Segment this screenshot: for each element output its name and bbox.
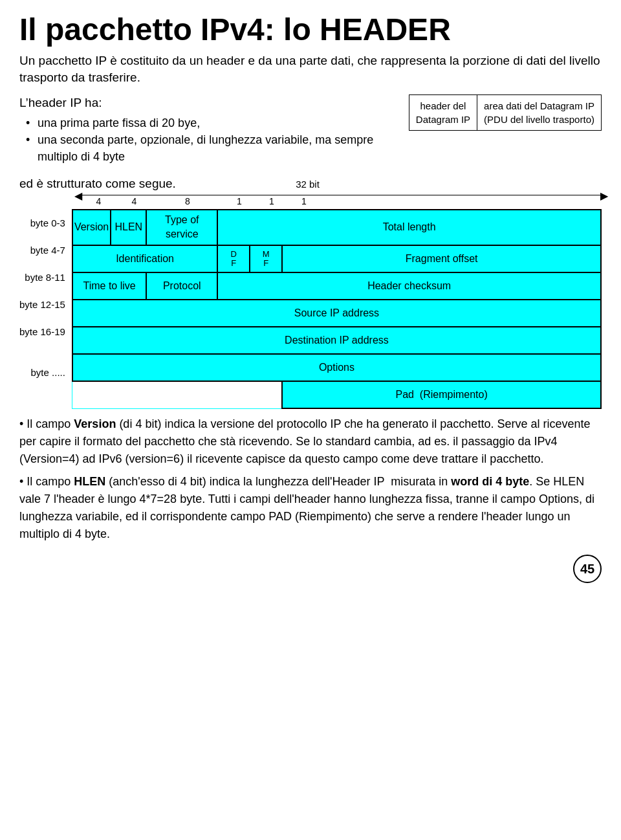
- field-source-ip: Source IP address: [72, 300, 601, 327]
- diagram-container: 4 4 8 1 1 1 byte 0-3 byte 4-7 byte 8-11 …: [19, 195, 602, 408]
- field-hlen: HLEN: [111, 210, 146, 245]
- table-row-8-11: Time to live Protocol Header checksum: [72, 272, 601, 300]
- bottom-para-2: • Il campo HLEN (anch'esso di 4 bit) ind…: [19, 473, 602, 543]
- arrow-row: [19, 195, 602, 195]
- field-total-length: Total length: [217, 210, 601, 245]
- page-number: 45: [573, 555, 602, 583]
- datagram-diagram-table: header del Datagram IP area dati del Dat…: [409, 94, 602, 131]
- bits-num-8: 8: [152, 195, 223, 208]
- table-row-16-19: Destination IP address: [72, 327, 601, 354]
- field-time-to-live: Time to live: [72, 272, 146, 300]
- field-identification: Identification: [72, 245, 217, 272]
- ip-header-table: Version HLEN Type of service Total lengt…: [72, 209, 602, 409]
- datagram-col2: area dati del Datagram IP (PDU del livel…: [477, 94, 602, 130]
- row-label-16-19: byte 16-19: [19, 318, 69, 345]
- bits-label: 32 bit: [296, 179, 320, 190]
- bits-num-1c: 1: [288, 195, 320, 208]
- subtitle-text: Un pacchetto IP è costituito da un heade…: [19, 52, 602, 87]
- field-pad: Pad (Riempimento): [282, 381, 601, 408]
- datagram-col1: header del Datagram IP: [409, 94, 477, 130]
- table-row-options: Options: [72, 354, 601, 381]
- field-fragment-offset: Fragment offset: [282, 245, 601, 272]
- ip-header-diagram: byte 0-3 byte 4-7 byte 8-11 byte 12-15 b…: [19, 209, 602, 409]
- field-version: Version: [72, 210, 111, 245]
- field-protocol: Protocol: [146, 272, 217, 300]
- bullet-list: una prima parte fissa di 20 bye, una sec…: [26, 115, 396, 165]
- bullet-item-1: una prima parte fissa di 20 bye,: [26, 115, 396, 131]
- field-options: Options: [72, 354, 601, 381]
- header-ip-label: L’header IP ha:: [19, 94, 396, 112]
- bits-row: 4 4 8 1 1 1: [19, 195, 602, 208]
- bits-num-4a: 4: [81, 195, 116, 208]
- table-row-0-3: Version HLEN Type of service Total lengt…: [72, 210, 601, 245]
- structured-text: ed è strutturato come segue. 32 bit: [19, 175, 602, 193]
- bits-num-1a: 1: [223, 195, 256, 208]
- row-labels: byte 0-3 byte 4-7 byte 8-11 byte 12-15 b…: [19, 209, 69, 409]
- row-label-8-11: byte 8-11: [19, 263, 69, 291]
- bottom-text: • Il campo Version (di 4 bit) indica la …: [19, 415, 602, 543]
- bottom-para-1: • Il campo Version (di 4 bit) indica la …: [19, 415, 602, 468]
- table-row-4-7: Identification DF MF Fragment offset: [72, 245, 601, 272]
- table-row-12-15: Source IP address: [72, 300, 601, 327]
- field-type-of-service: Type of service: [146, 210, 217, 245]
- field-empty: [72, 381, 282, 408]
- page-title: Il pacchetto IPv4: lo HEADER: [19, 13, 602, 47]
- row-label-4-7: byte 4-7: [19, 236, 69, 263]
- field-destination-ip: Destination IP address: [72, 327, 601, 354]
- field-df: DF: [217, 245, 250, 272]
- bits-num-4b: 4: [116, 195, 152, 208]
- field-header-checksum: Header checksum: [217, 272, 601, 300]
- field-mf: MF: [250, 245, 282, 272]
- bullet-item-2: una seconda parte, opzionale, di lunghez…: [26, 131, 396, 165]
- row-label-0-3: byte 0-3: [19, 209, 69, 236]
- row-label-12-15: byte 12-15: [19, 291, 69, 318]
- row-label-dots: byte .....: [19, 345, 69, 400]
- arrow-line: [81, 195, 602, 195]
- table-row-pad: Pad (Riempimento): [72, 381, 601, 408]
- bits-num-1b: 1: [256, 195, 288, 208]
